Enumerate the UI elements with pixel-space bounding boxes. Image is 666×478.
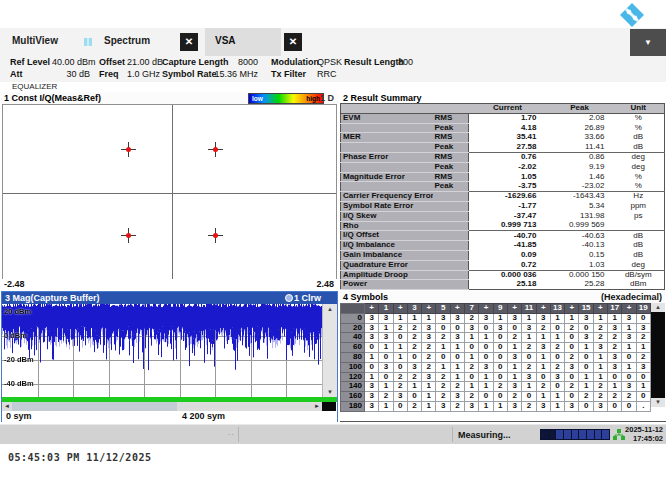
- table-cell: %: [613, 182, 665, 192]
- symbol-cell: 3: [522, 323, 536, 333]
- symbol-cell: 1: [622, 343, 636, 353]
- symbol-cell: 2: [436, 372, 450, 382]
- table-row: Carrier Frequency Error-1629.66-1643.43H…: [341, 192, 665, 202]
- symbol-cell: 1: [536, 362, 550, 372]
- trace-clrw-label: 1 Clrw: [285, 293, 321, 303]
- symbol-cell: 3: [365, 392, 379, 402]
- table-cell: %: [613, 172, 665, 182]
- symbol-cell: 1: [579, 343, 593, 353]
- table-row: MERRMS35.4133.66dB: [341, 133, 665, 143]
- scrollbar-thumb[interactable]: [651, 312, 665, 398]
- tab-multiview[interactable]: MultiView: [12, 35, 58, 46]
- table-cell: -1629.66: [469, 192, 547, 202]
- symbol-cell: 2: [407, 401, 421, 411]
- constellation-x-axis: -2.48 2.48: [1, 279, 338, 291]
- symbol-cell: 0: [450, 352, 464, 362]
- symbol-cell: 2: [608, 343, 622, 353]
- capture-horizontal-scrollbar[interactable]: ◄ ►: [2, 402, 322, 411]
- symbol-cell: 0: [522, 352, 536, 362]
- symbol-cell: 1: [608, 382, 622, 392]
- symbol-cell: 1: [579, 382, 593, 392]
- symbol-cell: 1: [593, 372, 607, 382]
- symbol-cell: 2: [465, 362, 479, 372]
- capture-vertical-scrollbar[interactable]: ▲ ▼: [322, 304, 337, 397]
- symbol-cell: 3: [579, 333, 593, 343]
- symbol-cell: 0: [407, 392, 421, 402]
- symbols-row: 033111332313131131130: [341, 313, 651, 323]
- column-header: 17: [608, 304, 622, 314]
- table-cell: 1.05: [469, 172, 547, 182]
- table-cell: -3.75: [469, 182, 547, 192]
- scroll-up-icon[interactable]: ▲: [323, 304, 337, 314]
- table-cell: RMS: [433, 113, 469, 123]
- symbol-cell: 1: [593, 352, 607, 362]
- table-cell: 0.86: [547, 152, 613, 162]
- close-vsa-button[interactable]: ✕: [284, 33, 302, 51]
- close-spectrum-button[interactable]: ✕: [180, 33, 198, 51]
- symbol-cell: 1: [450, 362, 464, 372]
- progress-segment: [579, 430, 586, 439]
- symbol-cell: 2: [393, 372, 407, 382]
- const-iq-titlebar[interactable]: 1 Const I/Q(Meas&Ref) low high 1 D: [1, 92, 338, 104]
- progress-segment: [572, 430, 579, 439]
- symbol-cell: 3: [379, 362, 393, 372]
- table-cell: [433, 260, 469, 270]
- symbol-cell: 2: [407, 372, 421, 382]
- symbols-row: 4033023231102111032232: [341, 333, 651, 343]
- row-index-label: 60: [341, 343, 365, 353]
- capture-x-axis: 0 sym 4 200 sym: [2, 411, 337, 422]
- header-field-value: 15.36 MHz: [196, 69, 258, 79]
- symbol-cell: 1: [622, 323, 636, 333]
- header-field-value: 1.0 GHz: [127, 69, 167, 79]
- scroll-down-icon[interactable]: ▼: [651, 398, 665, 407]
- symbol-cell: 3: [393, 392, 407, 402]
- symbol-cell: 3: [379, 333, 393, 343]
- symbol-cell: 3: [593, 343, 607, 353]
- symbol-cell: 1: [608, 313, 622, 323]
- symbol-cell: 1: [507, 362, 521, 372]
- symbol-cell: 0: [636, 392, 650, 402]
- symbol-cell: 0: [493, 343, 507, 353]
- tab-bar: MultiView Spectrum ✕ VSA ✕ ▼: [0, 28, 666, 56]
- table-cell: 5.34: [547, 201, 613, 211]
- symbol-cell: 1: [550, 333, 564, 343]
- table-cell: 25.28: [547, 280, 613, 290]
- symbols-vertical-scrollbar[interactable]: ▲ ▼: [651, 303, 665, 407]
- scroll-left-icon[interactable]: ◄: [2, 402, 12, 411]
- tab-vsa[interactable]: VSA: [205, 28, 281, 56]
- column-header: Unit: [613, 104, 665, 114]
- symbol-cell: 3: [365, 333, 379, 343]
- header-field-label: Offset: [99, 57, 125, 67]
- symbol-cell: 1: [550, 401, 564, 411]
- table-row: Quadrature Error0.721.03deg: [341, 260, 665, 270]
- symbol-cell: 2: [436, 392, 450, 402]
- symbol-cell: 3: [608, 352, 622, 362]
- symbol-cell: 1: [493, 313, 507, 323]
- scroll-down-icon[interactable]: ▼: [323, 387, 337, 397]
- symbol-cell: 3: [465, 323, 479, 333]
- header-field-label: Modulation: [271, 57, 319, 67]
- capture-trace-canvas: [2, 304, 322, 397]
- table-row: Phase ErrorRMS0.760.86deg: [341, 152, 665, 162]
- progress-segment: [549, 430, 556, 439]
- symbol-cell: 0: [365, 343, 379, 353]
- scrollbar-thumb[interactable]: [12, 402, 177, 411]
- rs-logo-icon: [620, 3, 644, 27]
- scroll-up-icon[interactable]: ▲: [651, 303, 665, 312]
- table-cell: [433, 192, 469, 202]
- scroll-right-icon[interactable]: ►: [312, 402, 322, 411]
- tab-spectrum[interactable]: Spectrum: [104, 35, 150, 46]
- table-cell: 26.89: [547, 123, 613, 133]
- table-row: Rho0.999 7130.999 569: [341, 221, 665, 231]
- symbols-titlebar[interactable]: 4 Symbols (Hexadecimal): [340, 291, 665, 303]
- table-cell: 35.41: [469, 133, 547, 143]
- symbol-cell: 3: [622, 333, 636, 343]
- table-row: Peak-2.029.19deg: [341, 162, 665, 172]
- symbol-cell: 0: [479, 392, 493, 402]
- window-menu-button[interactable]: ▼: [630, 29, 666, 56]
- symbol-cell: 0: [579, 401, 593, 411]
- symbol-cell: 0: [436, 323, 450, 333]
- table-cell: dB: [613, 231, 665, 241]
- capture-buffer-titlebar[interactable]: 3 Mag(Capture Buffer) 1 Clrw: [2, 292, 337, 304]
- y-axis-tick-label: 20 dBm: [4, 307, 31, 316]
